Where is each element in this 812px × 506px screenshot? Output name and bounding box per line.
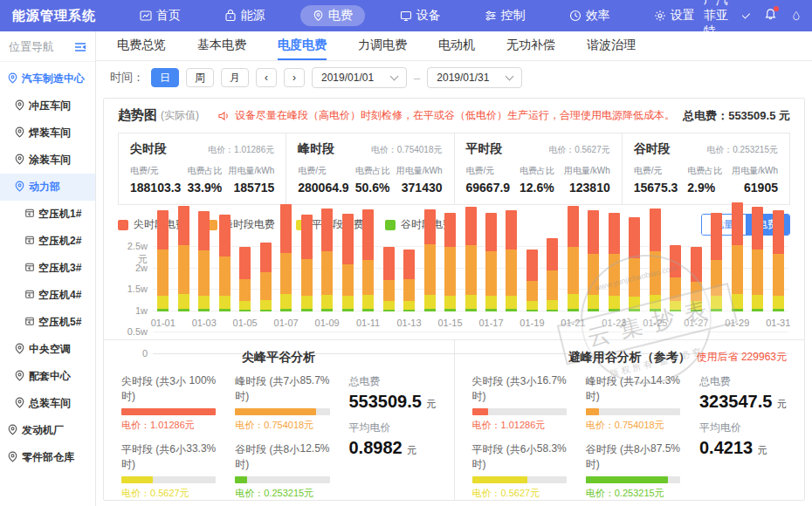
nav-item-控制[interactable]: 控制	[476, 5, 534, 26]
bar-01-04	[219, 215, 231, 311]
progress-track	[472, 408, 567, 415]
period-metric: 用电量/kWh371430	[396, 165, 443, 195]
mode-button-周[interactable]: 周	[186, 68, 214, 87]
bar-segment	[773, 254, 784, 296]
x-axis-tick: 01-03	[185, 318, 224, 328]
next-period-button[interactable]: ›	[284, 68, 305, 87]
x-axis-tick: 01-11	[349, 318, 388, 328]
analysis-item-name: 谷时段 (共8小时)	[586, 442, 650, 472]
bar-segment	[321, 309, 333, 311]
sidebar-item-label: 空压机3#	[38, 261, 81, 276]
period-name: 尖时段	[130, 141, 167, 157]
time-filter-bar: 时间： 日周月 ‹ › 2019/01/01 – 2019/01/31	[96, 61, 812, 94]
bar-segment	[260, 310, 272, 311]
meter-icon	[24, 316, 35, 329]
x-axis-tick: 01-31	[759, 318, 797, 328]
nav-item-首页[interactable]: 首页	[131, 5, 189, 26]
sidebar-item-冲压车间[interactable]: 冲压车间	[0, 92, 95, 120]
bar-segment	[609, 296, 620, 309]
end-date-picker[interactable]: 2019/01/31	[427, 67, 522, 88]
bar-segment	[691, 310, 702, 311]
period-card-平时段: 平时段电价：0.5627元电费/元69667.9电费占比12.6%用电量/kWh…	[455, 133, 623, 204]
sidebar-item-总装车间[interactable]: 总装车间	[0, 390, 95, 417]
tab-电动机[interactable]: 电动机	[438, 31, 475, 60]
sidebar-item-label: 中央空调	[29, 342, 71, 357]
bar-01-01	[157, 210, 169, 311]
sidebar-item-焊装车间[interactable]: 焊装车间	[0, 120, 95, 147]
sidebar-item-汽车制造中心[interactable]: 汽车制造中心	[0, 65, 95, 92]
sidebar-item-空压机4#[interactable]: 空压机4#	[0, 282, 95, 309]
location-pin-icon	[7, 451, 18, 465]
bar-segment	[362, 209, 374, 259]
period-metric: 电费/元188103.3	[130, 165, 181, 195]
progress-fill	[235, 408, 316, 415]
period-card-head: 峰时段电价：0.754018元	[298, 141, 442, 157]
sidebar-item-零件部仓库[interactable]: 零件部仓库	[0, 444, 95, 471]
tab-无功补偿[interactable]: 无功补偿	[506, 31, 555, 60]
nav-item-设置[interactable]: 设置	[645, 5, 704, 26]
water-drop-icon[interactable]	[793, 9, 800, 23]
bar-01-10	[342, 214, 354, 311]
bar-01-06	[260, 243, 272, 311]
total-fee-block: 总电费 323547.5 元	[699, 374, 787, 412]
tab-电费总览[interactable]: 电费总览	[117, 31, 166, 60]
collapse-sidebar-icon[interactable]	[74, 42, 86, 52]
sidebar-item-发动机厂[interactable]: 发动机厂	[0, 417, 95, 444]
location-pin-icon	[14, 370, 25, 384]
mode-button-月[interactable]: 月	[221, 68, 249, 87]
analysis-item-head: 尖时段 (共3小时)16.7%	[472, 374, 567, 404]
bar-segment	[568, 206, 579, 247]
tab-谐波治理[interactable]: 谐波治理	[587, 31, 636, 60]
legend-峰时段电费[interactable]: 峰时段电费	[207, 217, 275, 232]
prev-period-button[interactable]: ‹	[256, 68, 277, 87]
location-pin-icon	[14, 126, 25, 140]
period-summary-cards: 尖时段电价：1.01286元电费/元188103.3电费占比33.9%用电量/k…	[118, 133, 790, 205]
sidebar-item-动力部[interactable]: 动力部	[0, 174, 95, 201]
notification-bell-button[interactable]	[764, 8, 777, 24]
period-card-峰时段: 峰时段电价：0.754018元电费/元280064.9电费占比50.6%用电量/…	[286, 133, 454, 204]
progress-track	[472, 476, 567, 483]
bar-segment	[588, 309, 599, 311]
sidebar-item-配套中心[interactable]: 配套中心	[0, 363, 95, 390]
sidebar-item-label: 发动机厂	[22, 423, 64, 438]
period-metric: 电费/元280064.9	[298, 165, 348, 195]
metric-value: 185715	[228, 181, 274, 195]
bar-segment	[609, 309, 620, 311]
nav-item-label: 首页	[156, 8, 181, 24]
panel-title: 避峰用谷分析（参考）	[568, 350, 691, 364]
nav-item-效率[interactable]: 效率	[561, 5, 619, 26]
sidebar-item-空压机1#[interactable]: 空压机1#	[0, 201, 95, 228]
legend-谷时段电费[interactable]: 谷时段电费	[385, 217, 453, 232]
sidebar-item-空压机3#[interactable]: 空压机3#	[0, 255, 95, 282]
sidebar-item-label: 涂装车间	[29, 153, 71, 168]
nav-item-label: 设备	[416, 8, 441, 24]
meter-icon	[24, 289, 35, 302]
nav-item-能源[interactable]: 能源	[216, 5, 274, 26]
sidebar-item-空压机5#[interactable]: 空压机5#	[0, 309, 95, 336]
nav-item-设备[interactable]: 设备	[391, 5, 450, 26]
bar-segment	[732, 309, 743, 311]
gear-icon	[654, 10, 666, 22]
bar-segment	[650, 295, 661, 308]
legend-尖时段电费[interactable]: 尖时段电费	[118, 217, 186, 232]
sidebar-item-label: 总装车间	[29, 396, 71, 411]
tab-基本电费[interactable]: 基本电费	[197, 31, 246, 60]
start-date-picker[interactable]: 2019/01/01	[312, 67, 407, 88]
bar-01-30	[752, 207, 763, 312]
peak-valley-analysis-panel: 尖峰平谷分析 尖时段 (共3小时)100%电价：1.01286元平时段 (共6小…	[104, 340, 455, 500]
bar-segment	[178, 206, 189, 244]
nav-item-电费[interactable]: 电费	[300, 5, 365, 26]
tab-电度电费[interactable]: 电度电费	[278, 31, 327, 60]
period-metric: 电费占比12.6%	[520, 165, 554, 195]
y-axis-tick: 0.5w	[118, 326, 148, 337]
sidebar-item-中央空调[interactable]: 中央空调	[0, 336, 95, 363]
bar-segment	[711, 309, 722, 311]
sidebar-item-涂装车间[interactable]: 涂装车间	[0, 147, 95, 174]
device-icon	[400, 10, 412, 22]
mode-button-日[interactable]: 日	[151, 68, 179, 87]
tab-力调电费[interactable]: 力调电费	[358, 31, 407, 60]
bar-01-03	[198, 211, 210, 311]
sidebar-item-空压机2#[interactable]: 空压机2#	[0, 228, 95, 255]
period-metric: 电费/元15675.3	[634, 165, 678, 195]
progress-fill	[472, 476, 527, 483]
